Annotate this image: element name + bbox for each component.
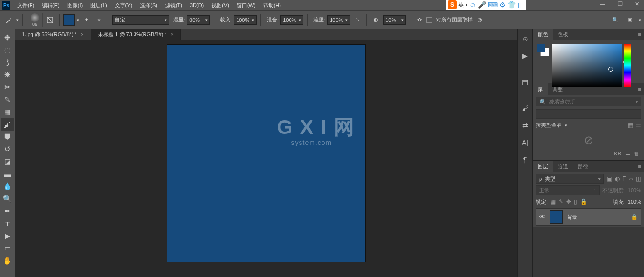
grid-view-icon[interactable]: ▦ (628, 122, 633, 129)
lock-all-icon[interactable]: 🔒 (580, 198, 587, 205)
hand-tool[interactable]: ✋ (1, 255, 14, 267)
actions-panel-icon[interactable]: ▶ (520, 51, 530, 61)
smoothing-icon[interactable]: ◐ (371, 15, 381, 25)
stamp-tool[interactable]: ⛊ (1, 131, 14, 143)
menu-file[interactable]: 文件(F) (13, 0, 38, 10)
ime-bar[interactable]: S 英 • ☺ 🎤 ⌨ ⚙ 👕 ▦ (446, 0, 526, 10)
link-icon[interactable]: ⚙ (499, 1, 506, 9)
visibility-icon[interactable]: 👁 (539, 213, 546, 221)
hue-slider[interactable] (624, 44, 631, 87)
lock-artboard-icon[interactable]: ▯ (574, 198, 577, 205)
smiley-icon[interactable]: ☺ (469, 1, 476, 9)
canvas[interactable]: G X I 网 system.com (167, 45, 365, 262)
lasso-tool[interactable]: ⟆ (1, 56, 14, 69)
character-panel-icon[interactable]: A| (520, 137, 530, 148)
type-tool[interactable]: T (1, 217, 14, 230)
library-select[interactable] (536, 109, 641, 119)
close-icon[interactable]: × (171, 31, 174, 37)
fill-value[interactable]: 100% (628, 199, 641, 205)
brush-tool[interactable]: 🖌 (1, 118, 14, 131)
current-color-swatch[interactable] (63, 14, 75, 26)
filter-shape-icon[interactable]: ▱ (629, 175, 633, 182)
tab-channels[interactable]: 通道 (553, 161, 573, 173)
menu-filter[interactable]: 滤镜(T) (161, 0, 186, 10)
document-tab-2[interactable]: 未标题-1 @ 73.3%(RGB/8#) * × (91, 29, 181, 40)
menu-text[interactable]: 文字(Y) (111, 0, 136, 10)
list-view-icon[interactable]: ☰ (636, 122, 641, 129)
fg-color[interactable] (537, 44, 545, 52)
eyedropper-tool[interactable]: ✎ (1, 93, 14, 106)
kind-filter[interactable]: ρ类型 ÷ (536, 174, 604, 184)
blur-tool[interactable]: 💧 (1, 180, 14, 193)
eraser-tool[interactable]: ◪ (1, 155, 14, 168)
layer-row-background[interactable]: 👁 背景 🔒 (536, 208, 641, 226)
crop-tool[interactable]: ✂ (1, 81, 14, 93)
paragraph-panel-icon[interactable]: ¶ (520, 154, 530, 165)
pen-tool[interactable]: ✒ (1, 205, 14, 217)
wet-input[interactable]: 80%▾ (187, 15, 210, 25)
properties-panel-icon[interactable]: ▤ (520, 77, 530, 87)
gradient-tool[interactable]: ▬ (1, 168, 14, 180)
path-select-tool[interactable]: ▶ (1, 230, 14, 242)
lock-position-icon[interactable]: ✥ (566, 198, 571, 205)
blend-mode-select[interactable]: 正常 ÷ (536, 185, 600, 195)
lock-icon[interactable]: 🔒 (631, 214, 638, 220)
tab-swatches[interactable]: 色板 (553, 29, 573, 41)
menu-help[interactable]: 帮助(H) (260, 0, 285, 10)
menu-window[interactable]: 窗口(W) (233, 0, 260, 10)
grid-icon[interactable]: ▦ (518, 1, 524, 9)
mic-icon[interactable]: 🎤 (478, 1, 486, 9)
rate-input[interactable]: 10%▾ (383, 15, 406, 25)
chevron-down-icon[interactable]: ▾ (77, 18, 79, 22)
library-search[interactable]: 🔍 搜索当前库 ▾ (536, 97, 641, 106)
search-icon[interactable]: 🔍 (610, 15, 621, 25)
flow-input[interactable]: 100%▾ (327, 15, 350, 25)
filter-smart-icon[interactable]: ◫ (636, 175, 641, 182)
panel-menu-icon[interactable]: ≡ (635, 164, 644, 169)
history-panel-icon[interactable]: ⎋ (520, 33, 530, 44)
close-icon[interactable]: × (81, 31, 83, 37)
sort-label[interactable]: 按类型查看 (536, 122, 562, 129)
tab-libraries[interactable]: 库 (533, 83, 548, 95)
opacity-value[interactable]: 100% (628, 187, 641, 193)
panel-menu-icon[interactable]: ≡ (635, 31, 644, 37)
wet-brush-icon[interactable]: ✦ (81, 15, 92, 25)
filter-image-icon[interactable]: ▣ (607, 175, 612, 182)
canvas-viewport[interactable]: G X I 网 system.com (15, 40, 517, 277)
fg-bg-swatch[interactable] (537, 44, 549, 56)
chevron-down-icon[interactable]: ▾ (16, 18, 19, 22)
history-brush-tool[interactable]: ↺ (1, 143, 14, 155)
lock-pixels-icon[interactable]: ▦ (551, 198, 556, 205)
quick-select-tool[interactable]: ❋ (1, 69, 14, 81)
tablet-pressure-icon[interactable]: ◔ (475, 15, 485, 25)
chevron-down-icon[interactable]: ▾ (565, 123, 567, 128)
filter-type-icon[interactable]: T (623, 175, 626, 182)
clean-brush-icon[interactable]: ✧ (93, 15, 104, 25)
tab-paths[interactable]: 路径 (573, 161, 593, 173)
patch-tool[interactable]: ▦ (1, 106, 14, 118)
menu-image[interactable]: 图像(I) (63, 0, 86, 10)
keyboard-icon[interactable]: ⌨ (488, 1, 498, 9)
close-button[interactable]: ✕ (632, 0, 642, 8)
blend-mode-select[interactable]: 自定 ▾ (112, 15, 169, 25)
document-tab-1[interactable]: 1.jpg @ 55%(RGB/8*) * × (15, 29, 91, 40)
marquee-tool[interactable]: ◌ (1, 44, 14, 56)
rectangle-tool[interactable]: ▭ (1, 242, 14, 255)
menu-select[interactable]: 选择(S) (136, 0, 161, 10)
brush-panel-toggle[interactable] (45, 15, 55, 25)
chevron-down-icon[interactable]: ▾ (639, 18, 641, 22)
gear-icon[interactable]: ✿ (414, 15, 425, 25)
brush-preset-picker[interactable]: 86 (27, 13, 43, 27)
load-input[interactable]: 100%▾ (234, 15, 257, 25)
trash-icon[interactable]: 🗑 (634, 151, 639, 156)
menu-3d[interactable]: 3D(D) (186, 1, 208, 10)
maximize-button[interactable]: ❐ (615, 0, 625, 8)
panel-menu-icon[interactable]: ≡ (635, 86, 644, 92)
move-tool[interactable]: ✥ (1, 31, 14, 44)
frame-icon[interactable]: ▣ (624, 15, 635, 25)
cloud-sync-icon[interactable]: ☁ (625, 151, 630, 157)
menu-edit[interactable]: 编辑(E) (38, 0, 63, 10)
airbrush-icon[interactable]: ৲ (352, 15, 363, 25)
layer-thumbnail[interactable] (550, 210, 563, 224)
menu-view[interactable]: 视图(V) (208, 0, 233, 10)
